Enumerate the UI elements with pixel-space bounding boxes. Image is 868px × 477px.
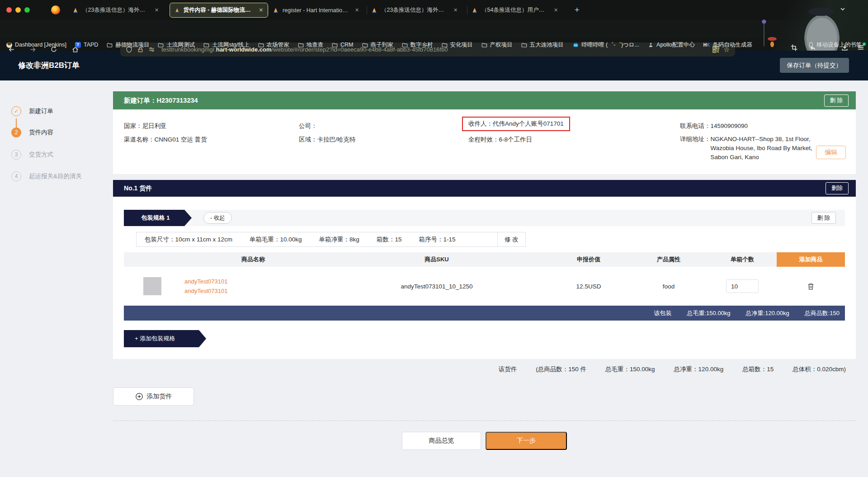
screenshot-icon[interactable] [790,44,798,53]
bookmark-folder-dichacha[interactable]: 地查查 [298,41,324,49]
step-label: 起运报关&目的清关 [29,172,82,180]
add-shipment-button[interactable]: 添加货件 [113,387,194,406]
step-label: 货件内容 [29,128,53,137]
spec-box-count: 箱数：15 [377,236,402,244]
add-product-button[interactable]: 添加商品 [777,252,845,267]
tab-close-icon[interactable]: ✕ [355,7,359,13]
undo-arrow-icon[interactable] [808,44,816,54]
bookmark-folder-chanquan[interactable]: 产权项目 [481,41,513,49]
qty-column-header: 单箱个数 [708,252,777,267]
tab-5[interactable]: （54条推送信息）用户国家映射设 ✕ [467,3,568,18]
tab-1[interactable]: （23条推送信息）海外客户预订单 ✕ [68,3,170,18]
bookmark-folder-yanzi[interactable]: 燕子到家 [362,41,393,49]
chevron-down-icon[interactable] [839,5,846,13]
bookmark-folder-hede[interactable]: 赫德物流项目 [107,41,149,49]
close-window-button[interactable] [6,7,12,13]
save-order-button[interactable]: 保存订单（待提交） [780,58,849,73]
new-tab-button[interactable]: + [568,3,586,18]
duration-field: 全程时效：6-8个工作日 [468,136,532,144]
modify-spec-button[interactable]: 修 改 [497,232,525,246]
folder-icon [158,42,164,48]
maximize-window-button[interactable] [24,7,30,13]
package-qty-total: 总商品数:150 [805,309,840,317]
window-controls [6,7,30,13]
folder-icon [402,42,408,48]
tab-close-icon[interactable]: ✕ [554,7,558,13]
summary-volume: 总体积：0.020cbm) [793,365,846,373]
delete-order-button[interactable]: 删 除 [824,94,849,107]
bookmark-folder-farm[interactable]: 农场管家 [258,41,289,49]
product-row: andyTest073101 andyTest073101 andyTest07… [124,267,845,306]
step-check-icon: ✓ [11,106,21,116]
bookmark-label: 数字乡村 [410,41,433,49]
product-name-link[interactable]: andyTest073101 [184,286,227,296]
address-line: Sabon Gari, Kano [711,153,812,162]
folder-icon [481,42,487,48]
add-shipment-label: 添加货件 [147,392,172,401]
bookmark-folder-tuliu-stg[interactable]: 土流网stg/线上 [203,41,250,49]
folder-icon [258,42,264,48]
bookmark-bilibili[interactable]: 哔哩哔哩 (゜-゜)つロ... [572,41,640,49]
package-spec-row: 包装尺寸：10cm x 11cm x 12cm 单箱毛重：10.00kg 单箱净… [136,232,526,247]
package-net-total: 总净重:120.00kg [746,309,789,317]
tab-strip: （23条推送信息）海外客户预订单 ✕ 货件内容 - 赫德国际物流订舱系统 ✕ r… [68,3,586,18]
tab-close-icon[interactable]: ✕ [259,7,263,13]
package-gross-total: 总毛重:150.00kg [687,309,730,317]
tapd-icon: T [75,42,81,48]
tab-2-active[interactable]: 货件内容 - 赫德国际物流订舱系统 ✕ [170,3,268,18]
step-number: 2 [11,128,21,137]
save-to-pocket-icon[interactable] [841,44,849,53]
bookmark-label: 安化项目 [450,41,473,49]
bookmark-apollo[interactable]: Apollo配置中心 [648,41,695,49]
edit-address-button[interactable]: 编辑 [816,146,846,159]
bookmark-tapd[interactable]: TTAPD [75,42,98,48]
summary-label: 该货件 [499,365,517,373]
tab-close-icon[interactable]: ✕ [155,7,159,13]
delete-shipment-button[interactable]: 删除 [826,182,849,194]
product-overview-button[interactable]: 商品总览 [402,432,481,450]
hart-favicon-icon [273,7,279,14]
step-delivery-method[interactable]: 3 交货方式 [11,150,53,160]
bookmark-label: 哔哩哔哩 (゜-゜)つロ... [582,41,640,49]
apollo-icon [648,42,654,48]
collapse-button[interactable]: - 收起 [203,212,232,224]
step-shipment-content[interactable]: 2 货件内容 [11,128,53,137]
bookmark-jenkins[interactable]: Dashboard [Jenkins] [6,42,66,48]
package-tab[interactable]: 包装规格 1 [124,210,192,226]
phone-field: 联系电话：14590909090 [680,122,748,130]
product-sku-cell: andyTest073101_10_1250 [326,283,548,290]
product-name-link[interactable]: andyTest073101 [184,277,227,286]
bookmark-folder-crm[interactable]: CRM [332,42,353,48]
trash-icon[interactable] [807,283,815,290]
bookmark-label: 燕子到家 [371,41,393,49]
tab-title: register - Hart International Log [283,7,350,14]
step-number: 4 [11,171,21,181]
tab-4[interactable]: （23条推送信息）海外客户预订单 ✕ [367,3,467,18]
step-customs[interactable]: 4 起运报关&目的清关 [11,171,82,181]
country-field: 国家：尼日利亚 [124,122,167,130]
bookmark-label: 土流网stg/线上 [212,41,250,49]
order-info-card: 国家：尼日利亚 公司： 收件人：代伟Andy个人账号071701 联系电话：14… [113,109,856,174]
tab-bar: （23条推送信息）海外客户预订单 ✕ 货件内容 - 赫德国际物流订舱系统 ✕ r… [0,0,868,20]
add-package-button[interactable]: + 添加包装规格 [124,330,206,347]
shipment-summary: 该货件 (总商品数：150 件 总毛重：150.00kg 总净重：120.00k… [113,359,856,380]
bookmark-folder-digital-village[interactable]: 数字乡村 [402,41,433,49]
bookmark-folder-anhua[interactable]: 安化项目 [442,41,473,49]
delete-package-button[interactable]: 删 除 [811,212,836,224]
bookmark-folder-wudalianchi[interactable]: 五大连池项目 [521,41,564,49]
hart-favicon-icon [371,7,377,14]
hart-favicon-icon [175,7,180,14]
next-step-button[interactable]: 下一步 [486,432,567,450]
bookmark-folder-tuliu-test[interactable]: 土流网测试 [158,41,195,49]
minimize-window-button[interactable] [15,7,21,13]
menu-icon[interactable] [857,44,864,53]
tab-3[interactable]: register - Hart International Log ✕ [268,3,367,18]
qty-per-box-input[interactable] [726,279,759,293]
step-create-order[interactable]: ✓ 新建订单 [11,106,53,116]
channel-field: 渠道名称：CNNG01 空运 普货 [124,136,207,144]
attribute-column-header: 产品属性 [629,252,708,267]
bookmark-label: Dashboard [Jenkins] [15,42,66,48]
tab-close-icon[interactable]: ✕ [453,7,458,13]
folder-icon [107,42,113,48]
address-lines: NGKANO-HART--Shop 38, 1st Floor, Wazobia… [711,135,812,162]
